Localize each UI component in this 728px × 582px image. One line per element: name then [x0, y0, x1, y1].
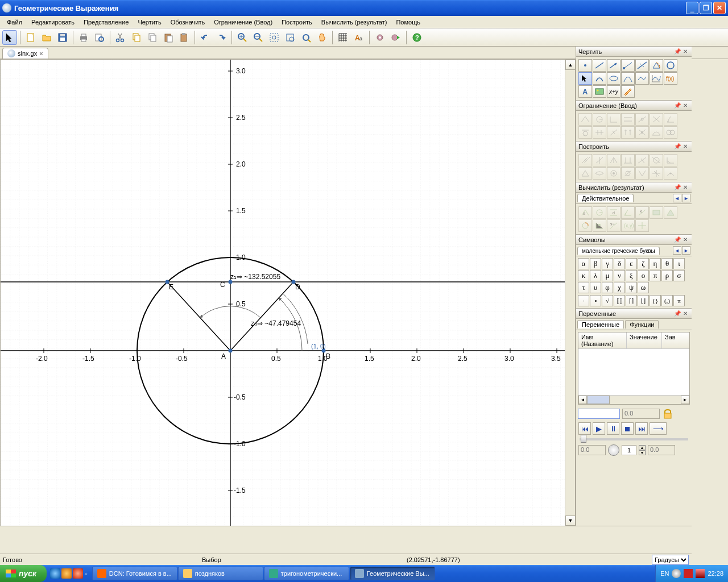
- symbol-ο[interactable]: ο: [638, 270, 649, 281]
- construct-tool-8[interactable]: [578, 167, 592, 180]
- geometry-canvas[interactable]: -2.0 -1.5 -1.0 -0.5 0.5 1.0 1.5 2.0 2.5 …: [1, 60, 565, 526]
- to-field[interactable]: 0.0: [648, 445, 675, 455]
- construct-tool-1[interactable]: [578, 154, 592, 167]
- constrain-tool-8[interactable]: [578, 126, 592, 139]
- symbol-χ[interactable]: χ: [614, 282, 625, 293]
- units-select[interactable]: Градусы: [652, 555, 689, 565]
- constrain-tool-7[interactable]: [664, 113, 677, 126]
- tool-image[interactable]: [593, 85, 606, 98]
- constrain-tool-11[interactable]: [621, 126, 635, 139]
- constrain-tool-1[interactable]: [578, 113, 592, 126]
- tool-plot[interactable]: [650, 72, 663, 85]
- symbol-η[interactable]: η: [650, 258, 661, 269]
- seek-slider[interactable]: [580, 438, 688, 440]
- symbol-ε[interactable]: ε: [626, 258, 637, 269]
- lock-icon[interactable]: [662, 408, 673, 419]
- tray-icon-3[interactable]: [696, 569, 705, 578]
- player-pause-button[interactable]: ⏸: [607, 422, 619, 435]
- symbol-ρ[interactable]: ρ: [661, 270, 673, 281]
- symbol-λ[interactable]: λ: [590, 270, 601, 281]
- symbols-tab-prev[interactable]: ◄: [673, 246, 681, 255]
- player-play-button[interactable]: ▶: [593, 422, 605, 435]
- var-name-input[interactable]: [578, 409, 620, 419]
- panel-pin-icon[interactable]: 📌: [673, 143, 681, 151]
- cut-button[interactable]: [113, 30, 128, 45]
- taskbar-task[interactable]: тригонометрически...: [264, 567, 349, 580]
- panel-close-icon[interactable]: ✕: [681, 236, 689, 244]
- symbol-extra[interactable]: π: [673, 295, 685, 306]
- paste-button[interactable]: [161, 30, 176, 45]
- symbol-extra[interactable]: √: [602, 295, 613, 306]
- taskbar-task[interactable]: поздняков: [178, 567, 263, 580]
- calc-tool-2[interactable]: [593, 206, 606, 219]
- construct-tool-7[interactable]: [664, 154, 677, 167]
- grid-button[interactable]: [336, 30, 350, 45]
- print-preview-button[interactable]: [92, 30, 107, 45]
- player-first-button[interactable]: ⏮: [578, 422, 591, 435]
- var-value-field[interactable]: 0.0: [622, 409, 660, 419]
- symbols-tab-next[interactable]: ►: [682, 246, 690, 255]
- constrain-tool-12[interactable]: [635, 126, 649, 139]
- constrain-tool-6[interactable]: [650, 113, 663, 126]
- doc-tab-sinx[interactable]: sinx.gx ×: [2, 48, 48, 59]
- construct-tool-3[interactable]: [607, 154, 621, 167]
- calc-tool-1[interactable]: d: [578, 206, 592, 219]
- calc-tool-8[interactable]: [578, 219, 592, 232]
- symbol-extra[interactable]: ∘: [590, 295, 601, 306]
- scroll-track[interactable]: [565, 70, 575, 516]
- symbols-tab[interactable]: маленькие греческие буквы: [577, 247, 660, 255]
- cog-button[interactable]: [373, 30, 387, 45]
- doc-tab-close[interactable]: ×: [39, 50, 43, 57]
- construct-tool-10[interactable]: [607, 167, 621, 180]
- symbol-τ[interactable]: τ: [578, 282, 589, 293]
- close-button[interactable]: ✕: [713, 2, 726, 14]
- calc-tab-next[interactable]: ►: [682, 194, 690, 202]
- tool-text[interactable]: A: [578, 85, 592, 98]
- symbol-ω[interactable]: ω: [638, 282, 649, 293]
- cog2-button[interactable]: [388, 30, 403, 45]
- calc-tool-12[interactable]: [635, 219, 649, 232]
- panel-close-icon[interactable]: ✕: [681, 102, 689, 110]
- panel-pin-icon[interactable]: 📌: [673, 310, 681, 318]
- tool-segment[interactable]: [593, 59, 606, 72]
- menu-edit[interactable]: Редактировать: [27, 17, 79, 27]
- tool-arc[interactable]: [593, 72, 606, 85]
- calc-tool-6[interactable]: [650, 206, 663, 219]
- calc-tool-10[interactable]: y=: [607, 219, 621, 232]
- menu-help[interactable]: Помощь: [391, 17, 425, 27]
- var-col-dep[interactable]: Зав: [662, 332, 689, 348]
- constrain-tool-3[interactable]: [607, 113, 621, 126]
- ql-expand[interactable]: »: [84, 571, 88, 577]
- panel-pin-icon[interactable]: 📌: [673, 236, 681, 244]
- calc-tab-real[interactable]: Действительное: [577, 194, 634, 202]
- symbol-π[interactable]: π: [650, 270, 661, 281]
- stopwatch-icon[interactable]: [608, 444, 619, 456]
- calc-tool-7[interactable]: [664, 206, 677, 219]
- symbol-μ[interactable]: μ: [602, 270, 613, 281]
- start-button[interactable]: пуск: [0, 565, 47, 582]
- player-stop-button[interactable]: ⏹: [621, 422, 634, 435]
- panel-pin-icon[interactable]: 📌: [673, 102, 681, 110]
- new-button[interactable]: [23, 30, 38, 45]
- save-button[interactable]: [55, 30, 70, 45]
- constrain-tool-2[interactable]: [593, 113, 606, 126]
- construct-tool-6[interactable]: [650, 154, 663, 167]
- menu-calculate[interactable]: Вычислить (результат): [317, 17, 392, 27]
- calc-tool-5[interactable]: k: [635, 206, 649, 219]
- var-tab-functions[interactable]: Функции: [625, 320, 659, 329]
- symbol-γ[interactable]: γ: [602, 258, 613, 269]
- construct-tool-2[interactable]: [593, 154, 606, 167]
- step-up[interactable]: ▲: [639, 445, 646, 450]
- zoom-all-button[interactable]: [299, 30, 313, 45]
- zoom-select-button[interactable]: [283, 30, 297, 45]
- minimize-button[interactable]: ‗: [686, 2, 698, 14]
- scroll-down-button[interactable]: ▼: [565, 516, 576, 526]
- menu-draw[interactable]: Чертить: [133, 17, 166, 27]
- var-body[interactable]: [578, 349, 689, 395]
- symbol-ψ[interactable]: ψ: [626, 282, 637, 293]
- tool-ray[interactable]: [621, 59, 635, 72]
- symbol-β[interactable]: β: [590, 258, 601, 269]
- constrain-tool-4[interactable]: [621, 113, 635, 126]
- calc-tool-9[interactable]: [593, 219, 606, 232]
- taskbar-task[interactable]: DCN: Готовимся в в...: [92, 567, 177, 580]
